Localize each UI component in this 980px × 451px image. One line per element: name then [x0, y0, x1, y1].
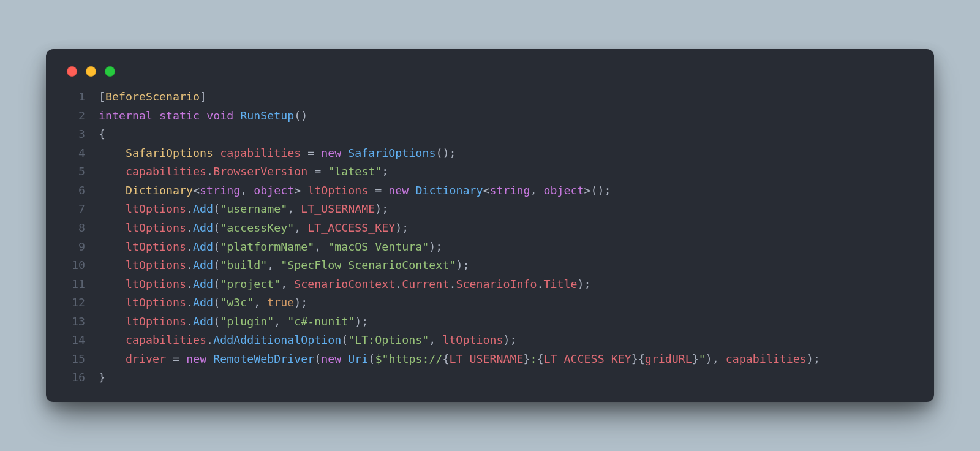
token-method: Add [193, 240, 213, 253]
token-punct: ); [395, 221, 409, 234]
token-keyword: string [489, 184, 530, 197]
token-punct: ); [578, 278, 591, 290]
token-punct: < [193, 184, 200, 197]
token-punct: , [287, 202, 301, 215]
token-punct: ( [341, 333, 348, 346]
line-number: 11 [63, 275, 85, 294]
token-var: LT_ACCESS_KEY [544, 352, 631, 365]
line-number: 16 [63, 368, 85, 387]
line-number: 8 [63, 219, 85, 238]
code-line: 12 ltOptions.Add("w3c", true); [63, 294, 917, 313]
token-punct: ( [213, 315, 220, 328]
token-method: Add [193, 259, 213, 271]
token-method: Add [193, 278, 213, 290]
token-punct: , [274, 315, 287, 328]
token-string: "accessKey" [220, 221, 294, 234]
token-punct: . [186, 240, 193, 253]
token-punct: } [692, 352, 699, 365]
token-punct: { [537, 352, 544, 365]
line-number: 10 [63, 256, 85, 275]
token-string: "build" [220, 259, 267, 271]
token-punct: ] [200, 90, 206, 103]
line-source: ltOptions.Add("username", LT_USERNAME); [99, 200, 917, 219]
token-var: gridURL [645, 352, 692, 365]
token-var: ltOptions [126, 278, 186, 290]
token-string: "LT:Options" [348, 333, 429, 346]
token-keyword: static [159, 109, 200, 122]
token-method: Uri [348, 352, 368, 365]
line-number: 13 [63, 313, 85, 332]
token-var: LT_ACCESS_KEY [307, 221, 395, 234]
token-method: Add [193, 202, 213, 215]
token-attr: BeforeScenario [105, 90, 200, 103]
minimize-icon[interactable] [86, 66, 96, 77]
line-source: driver = new RemoteWebDriver(new Uri($"h… [99, 350, 917, 369]
token-punct: , [429, 333, 442, 346]
code-block: 1[BeforeScenario]2internal static void R… [63, 88, 917, 387]
token-keyword: internal [99, 109, 153, 122]
token-punct: . [206, 165, 213, 178]
token-string: "SpecFlow ScenarioContext" [281, 259, 456, 271]
token-punct: , [254, 296, 267, 309]
window-controls [67, 66, 917, 77]
token-punct: , [281, 278, 294, 290]
code-line: 13 ltOptions.Add("plugin", "c#-nunit"); [63, 313, 917, 332]
token-var: ltOptions [126, 240, 186, 253]
token-plain [99, 259, 126, 271]
line-number: 14 [63, 331, 85, 350]
token-plain [153, 109, 159, 122]
token-keyword: string [200, 184, 240, 197]
token-string: : [530, 352, 537, 365]
token-plain [166, 352, 173, 365]
token-punct: } [99, 371, 105, 384]
line-source: ltOptions.Add("w3c", true); [99, 294, 917, 313]
token-punct: ); [294, 296, 307, 309]
token-punct: >(); [584, 184, 611, 197]
token-punct: ); [375, 202, 388, 215]
token-punct: ( [213, 240, 220, 253]
token-punct: = [307, 146, 314, 159]
line-source: ltOptions.Add("accessKey", LT_ACCESS_KEY… [99, 219, 917, 238]
token-plain [341, 352, 348, 365]
token-method: Add [193, 221, 213, 234]
token-var: ltOptions [126, 296, 186, 309]
token-plain [179, 352, 186, 365]
token-string: "project" [220, 278, 281, 290]
token-keyword: void [206, 109, 233, 122]
token-plain [233, 109, 240, 122]
token-plain [368, 184, 375, 197]
line-number: 4 [63, 144, 85, 163]
line-number: 6 [63, 181, 85, 200]
code-line: 4 SafariOptions capabilities = new Safar… [63, 144, 917, 163]
token-string: "username" [220, 202, 287, 215]
token-punct: , [314, 240, 328, 253]
line-number: 2 [63, 107, 85, 126]
token-string: $"https:// [375, 352, 442, 365]
token-punct: . [537, 278, 543, 290]
line-number: 3 [63, 125, 85, 144]
token-type: Dictionary [126, 184, 193, 197]
token-plain [314, 146, 321, 159]
token-var: ltOptions [126, 202, 186, 215]
line-source: internal static void RunSetup() [99, 107, 917, 126]
token-punct: = [375, 184, 382, 197]
maximize-icon[interactable] [105, 66, 115, 77]
token-plain [213, 146, 220, 159]
token-var: ltOptions [126, 221, 186, 234]
token-string: " [699, 352, 706, 365]
token-punct: , [240, 184, 254, 197]
token-punct: [ [99, 90, 105, 103]
token-plain [99, 352, 126, 365]
token-punct: ( [213, 221, 220, 234]
code-line: 2internal static void RunSetup() [63, 107, 917, 126]
close-icon[interactable] [67, 66, 77, 77]
code-line: 6 Dictionary<string, object> ltOptions =… [63, 181, 917, 200]
token-plain [99, 278, 126, 290]
token-plain [200, 109, 206, 122]
token-var: ltOptions [126, 315, 186, 328]
token-punct: . [395, 278, 402, 290]
token-punct: ), [706, 352, 726, 365]
token-var: capabilities [126, 333, 206, 346]
token-punct: . [186, 315, 193, 328]
line-source: } [99, 368, 917, 387]
